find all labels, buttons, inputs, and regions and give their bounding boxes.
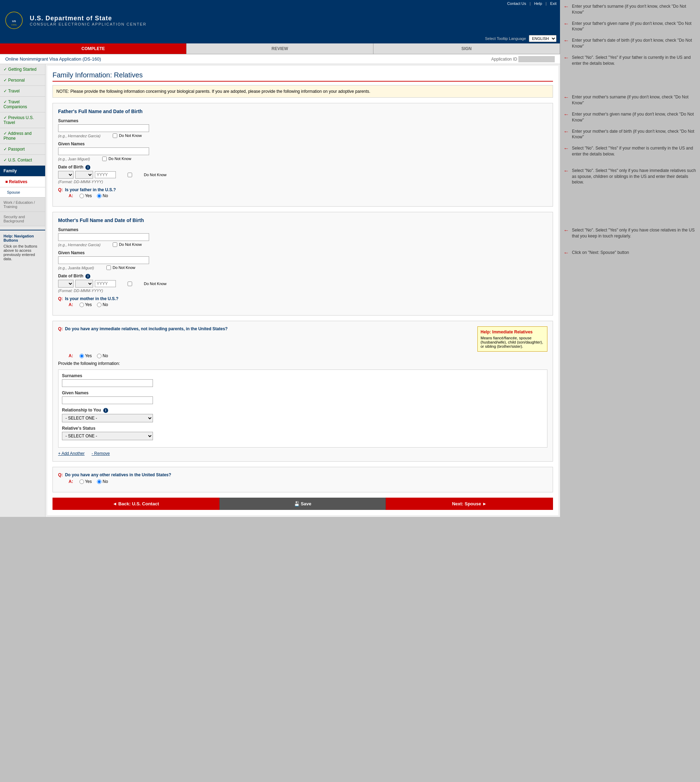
father-us-yes[interactable]: Yes [80, 193, 92, 198]
rel-status-select[interactable]: - SELECT ONE - [62, 432, 153, 440]
annotation-9: ← Select "No". Select "Yes" only if you … [563, 168, 697, 185]
father-dob-donotknow-checkbox[interactable] [118, 173, 142, 177]
rel-givenname-label: Given Names [62, 391, 543, 395]
rel-givenname-row: Given Names [62, 391, 543, 404]
save-icon: 💾 [294, 501, 300, 506]
add-another-button[interactable]: + Add Another [58, 451, 85, 456]
father-surname-row: Surnames (e.g., Hernandez Garcia) Do Not… [58, 119, 547, 138]
rel-givenname-input[interactable] [62, 396, 153, 404]
mother-us-yes[interactable]: Yes [80, 302, 92, 307]
mother-section-title: Mother's Full Name and Date of Birth [58, 217, 547, 223]
next-button[interactable]: Next: Spouse ► [386, 498, 553, 510]
sidebar-item-relatives[interactable]: ■ Relatives [0, 177, 45, 187]
language-select[interactable]: ENGLISH [529, 35, 557, 42]
mother-us-qa: Q: Is your mother in the U.S.? A: Yes No [58, 296, 547, 307]
seal-logo: US STATE [3, 10, 25, 31]
contact-us-link[interactable]: Contact Us [507, 2, 526, 6]
help-box: Help: Navigation Buttons Click on the bu… [0, 230, 45, 264]
save-button[interactable]: 💾 Save [220, 498, 387, 510]
immediate-rel-no[interactable]: No [97, 353, 108, 358]
father-dob-month[interactable]: JanFeb [75, 171, 93, 179]
mother-dob-day[interactable]: 0102 [58, 280, 73, 287]
page-title: Family Information: Relatives [52, 71, 553, 82]
father-dob-info-icon[interactable]: i [85, 165, 90, 170]
annotation-8: ← Select "No". Select "Yes" if your moth… [563, 145, 697, 157]
back-button[interactable]: ◄ Back: U.S. Contact [52, 498, 220, 510]
arrow-icon: ← [563, 55, 569, 61]
arrow-icon: ← [563, 21, 569, 27]
tooltip-bar: Select Tooltip Language ENGLISH [0, 33, 560, 43]
relationship-info-icon[interactable]: i [103, 408, 108, 413]
help-link[interactable]: Help [534, 2, 542, 6]
father-dob-year[interactable] [95, 171, 116, 178]
tab-review[interactable]: REVIEW [187, 43, 373, 54]
site-title: U.S. Department of State CONSULAR ELECTR… [30, 15, 147, 26]
rel-relationship-label: Relationship to You i [62, 408, 543, 413]
mother-us-no[interactable]: No [97, 302, 108, 307]
rel-status-label: Relative's Status [62, 426, 543, 431]
main-layout: Getting Started Personal Travel Travel C… [0, 64, 560, 517]
sidebar-item-address-phone[interactable]: Address and Phone [0, 128, 45, 144]
sidebar-item-travel[interactable]: Travel [0, 86, 45, 97]
annotation-7: ← Enter your mother's date of birth (if … [563, 129, 697, 140]
annotation-1: ← Enter your father's surname (if you do… [563, 3, 697, 15]
mother-dob-donotknow-checkbox[interactable] [118, 282, 142, 286]
immediate-rel-qa: Q: Do you have any immediate relatives, … [58, 326, 547, 358]
rel-surname-input[interactable] [62, 379, 153, 387]
father-dob-day[interactable]: 0102 [58, 171, 73, 179]
father-surname-input[interactable] [58, 124, 149, 132]
annotation-10: ← Select "No". Select "Yes" only if you … [563, 227, 697, 239]
mother-surname-donotknow-checkbox[interactable] [113, 242, 117, 247]
exit-link[interactable]: Exit [550, 2, 557, 6]
mother-dob-info-icon[interactable]: i [85, 274, 90, 279]
sidebar-item-travel-companions[interactable]: Travel Companions [0, 97, 45, 112]
mother-dob-year[interactable] [95, 280, 116, 287]
other-rel-question: Do you have any other relatives in the U… [65, 473, 171, 477]
father-dob-row: Date of Birth i 0102 JanFeb Do Not Know … [58, 165, 547, 184]
sidebar-item-spouse[interactable]: Spouse [0, 187, 45, 197]
rel-relationship-row: Relationship to You i - SELECT ONE - [62, 408, 543, 422]
father-givenname-input[interactable] [58, 147, 149, 155]
other-rel-no[interactable]: No [97, 479, 108, 484]
tab-sign[interactable]: SIGN [373, 43, 560, 54]
other-rel-yes[interactable]: Yes [80, 479, 92, 484]
father-us-no[interactable]: No [97, 193, 108, 198]
mother-givenname-input[interactable] [58, 256, 149, 264]
mother-us-question: Is your mother in the U.S.? [65, 296, 118, 301]
sidebar-item-personal[interactable]: Personal [0, 75, 45, 86]
father-givenname-row: Given Names (e.g., Juan Miguel) Do Not K… [58, 142, 547, 161]
mother-surname-input[interactable] [58, 233, 149, 241]
sidebar-item-previous-us-travel[interactable]: Previous U.S. Travel [0, 112, 45, 128]
rel-surname-row: Surnames [62, 373, 543, 387]
tab-complete[interactable]: COMPLETE [0, 43, 187, 54]
rel-relationship-select[interactable]: - SELECT ONE - [62, 414, 153, 422]
arrow-icon: ← [563, 145, 569, 152]
father-surname-donotknow-checkbox[interactable] [113, 134, 117, 138]
sidebar-item-us-contact[interactable]: U.S. Contact [0, 155, 45, 165]
remove-button[interactable]: - Remove [92, 451, 110, 456]
rel-status-row: Relative's Status - SELECT ONE - [62, 426, 543, 440]
mother-surname-label: Surnames [58, 227, 547, 232]
svg-text:US: US [12, 20, 16, 23]
annotation-3: ← Enter your father's date of birth (if … [563, 37, 697, 49]
sidebar-item-work-education[interactable]: Work / Education / Training [0, 197, 45, 212]
immediate-rel-yes[interactable]: Yes [80, 353, 92, 358]
note-box: NOTE: Please provide the following infor… [52, 85, 553, 98]
sidebar-item-getting-started[interactable]: Getting Started [0, 64, 45, 75]
mother-givenname-donotknow-checkbox[interactable] [107, 266, 111, 270]
mother-section: Mother's Full Name and Date of Birth Sur… [52, 212, 553, 316]
father-dob-label: Date of Birth i [58, 165, 547, 170]
father-givenname-donotknow-checkbox[interactable] [102, 157, 107, 161]
arrow-icon: ← [563, 250, 569, 256]
arrow-icon: ← [563, 94, 569, 100]
arrow-icon: ← [563, 37, 569, 44]
arrow-icon: ← [563, 111, 569, 118]
other-relatives-section: Q: Do you have any other relatives in th… [52, 467, 553, 492]
annotation-4: ← Select "No". Select "Yes" if your fath… [563, 55, 697, 67]
sidebar-item-passport[interactable]: Passport [0, 144, 45, 155]
mother-dob-month[interactable]: JanFeb [75, 280, 93, 287]
sidebar: Getting Started Personal Travel Travel C… [0, 64, 45, 517]
progress-tabs: COMPLETE REVIEW SIGN [0, 43, 560, 54]
sidebar-item-family[interactable]: Family [0, 165, 45, 177]
sidebar-item-security[interactable]: Security and Background [0, 212, 45, 226]
